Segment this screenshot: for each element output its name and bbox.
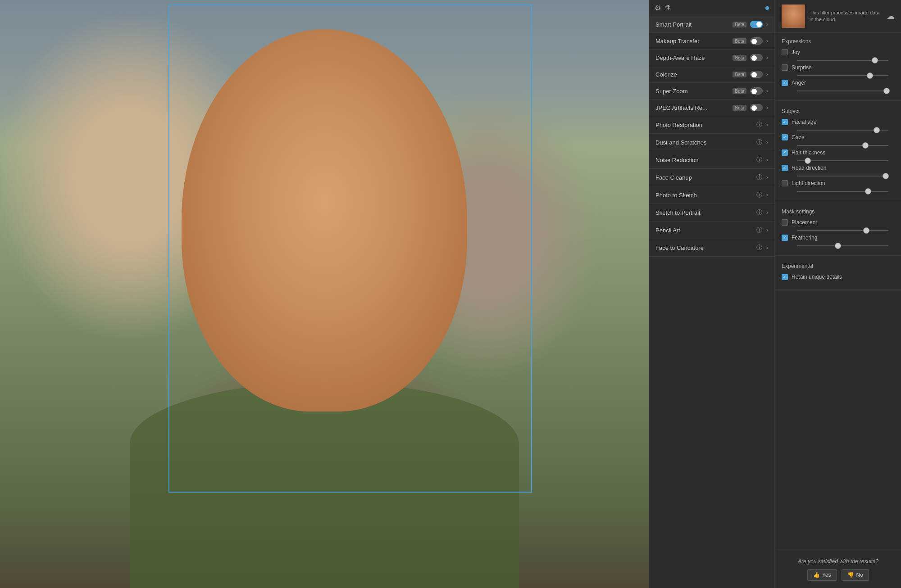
chevron-right-icon[interactable]: › — [766, 174, 768, 181]
slider-track[interactable] — [797, 75, 888, 76]
slider-thumb[interactable] — [883, 173, 889, 179]
feedback-yes-button[interactable]: 👍 Yes — [807, 569, 837, 581]
section-title: Expressions — [782, 38, 895, 45]
checkbox-facial-age[interactable] — [782, 119, 788, 125]
setting-row-placement: Placement — [782, 219, 895, 226]
filter-item-super-zoom[interactable]: Super ZoomBeta› — [649, 83, 774, 100]
slider-thumb[interactable] — [862, 142, 869, 149]
thumbnail-face — [782, 5, 805, 28]
checkbox-head-direction[interactable] — [782, 165, 788, 171]
chevron-right-icon[interactable]: › — [766, 54, 768, 61]
slider-thumb[interactable] — [883, 88, 890, 94]
filter-item-jpeg-artifacts-re...[interactable]: JPEG Artifacts Re...Beta› — [649, 100, 774, 116]
slider-thumb[interactable] — [872, 57, 878, 63]
toggle-switch[interactable] — [750, 104, 763, 111]
toggle-switch[interactable] — [750, 37, 763, 45]
filter-item-photo-restoration[interactable]: Photo Restorationⓘ› — [649, 116, 774, 134]
filter-item-sketch-to-portrait[interactable]: Sketch to Portraitⓘ› — [649, 204, 774, 222]
chevron-right-icon[interactable]: › — [766, 38, 768, 44]
slider-track[interactable] — [797, 191, 888, 192]
info-icon[interactable]: ⓘ — [755, 191, 763, 199]
flask-icon[interactable]: ⚗ — [664, 4, 671, 12]
beta-badge: Beta — [733, 55, 746, 61]
checkbox-hair-thickness[interactable] — [782, 149, 788, 156]
filter-item-photo-to-sketch[interactable]: Photo to Sketchⓘ› — [649, 186, 774, 204]
chevron-right-icon[interactable]: › — [766, 209, 768, 216]
filter-item-colorize[interactable]: ColorizeBeta› — [649, 66, 774, 83]
toggle-switch[interactable] — [750, 71, 763, 78]
setting-label: Joy — [792, 49, 895, 55]
slider-track[interactable] — [797, 90, 888, 91]
chevron-right-icon[interactable]: › — [766, 122, 768, 128]
slider-track[interactable] — [797, 145, 888, 146]
chevron-right-icon[interactable]: › — [766, 88, 768, 94]
slider-track[interactable] — [797, 60, 888, 61]
chevron-right-icon[interactable]: › — [766, 104, 768, 111]
checkbox-joy[interactable] — [782, 49, 788, 55]
checkbox-anger[interactable] — [782, 80, 788, 86]
filter-name: Face to Caricature — [655, 244, 752, 251]
info-icon[interactable]: ⓘ — [755, 226, 763, 234]
setting-row-joy: Joy — [782, 49, 895, 55]
info-icon[interactable]: ⓘ — [755, 173, 763, 181]
filter-item-dust-and-scratches[interactable]: Dust and Scratchesⓘ› — [649, 134, 774, 151]
filter-item-depth-aware-haze[interactable]: Depth-Aware HazeBeta› — [649, 50, 774, 66]
info-icon[interactable]: ⓘ — [755, 244, 763, 252]
section-title: Experimental — [782, 263, 895, 269]
filter-item-smart-portrait[interactable]: Smart PortraitBeta› — [649, 16, 774, 33]
checkbox-feathering[interactable] — [782, 235, 788, 241]
chevron-right-icon[interactable]: › — [766, 21, 768, 27]
photo-face — [182, 29, 467, 412]
filter-name: Colorize — [655, 71, 729, 78]
slider-thumb[interactable] — [865, 188, 871, 194]
toggle-switch[interactable] — [750, 87, 763, 95]
filter-sort-icon[interactable]: ⚙ — [655, 4, 661, 12]
slider-track[interactable] — [797, 160, 888, 161]
filter-name: JPEG Artifacts Re... — [655, 104, 729, 111]
setting-row-hair-thickness: Hair thickness — [782, 149, 895, 156]
filter-item-face-to-caricature[interactable]: Face to Caricatureⓘ› — [649, 239, 774, 257]
chevron-right-icon[interactable]: › — [766, 157, 768, 163]
info-icon[interactable]: ⓘ — [755, 156, 763, 164]
filter-item-face-cleanup[interactable]: Face Cleanupⓘ› — [649, 169, 774, 186]
slider-thumb[interactable] — [835, 243, 841, 249]
beta-badge: Beta — [733, 105, 746, 111]
toggle-switch[interactable] — [750, 21, 763, 28]
checkbox-placement[interactable] — [782, 219, 788, 226]
chevron-right-icon[interactable]: › — [766, 244, 768, 251]
info-icon[interactable]: ⓘ — [755, 208, 763, 217]
filters-toolbar: ⚙ ⚗ — [649, 0, 774, 16]
chevron-right-icon[interactable]: › — [766, 71, 768, 77]
checkbox-retain-unique-details[interactable] — [782, 274, 788, 280]
slider-track[interactable] — [797, 176, 888, 176]
toggle-switch[interactable] — [750, 54, 763, 61]
setting-label: Light direction — [792, 180, 895, 186]
chevron-right-icon[interactable]: › — [766, 227, 768, 233]
filter-name: Noise Reduction — [655, 157, 752, 163]
slider-container-anger — [782, 90, 895, 95]
setting-label: Head direction — [792, 165, 895, 171]
slider-container-placement — [782, 229, 895, 235]
info-icon[interactable]: ⓘ — [755, 138, 763, 146]
filter-item-noise-reduction[interactable]: Noise Reductionⓘ› — [649, 151, 774, 169]
filter-item-pencil-art[interactable]: Pencil Artⓘ› — [649, 222, 774, 239]
slider-track[interactable] — [797, 130, 888, 131]
slider-thumb[interactable] — [863, 227, 869, 234]
setting-label: Anger — [792, 80, 895, 86]
slider-thumb[interactable] — [805, 158, 811, 164]
filter-item-makeup-transfer[interactable]: Makeup TransferBeta› — [649, 33, 774, 50]
photo-container — [0, 0, 649, 588]
info-icon[interactable]: ⓘ — [755, 121, 763, 129]
slider-thumb[interactable] — [874, 127, 880, 133]
slider-track[interactable] — [797, 245, 888, 246]
feedback-no-button[interactable]: 👎 No — [842, 569, 869, 581]
checkbox-surprise[interactable] — [782, 64, 788, 71]
checkbox-light-direction[interactable] — [782, 180, 788, 186]
checkbox-gaze[interactable] — [782, 134, 788, 140]
slider-track[interactable] — [797, 230, 888, 231]
chevron-right-icon[interactable]: › — [766, 139, 768, 145]
setting-label: Placement — [792, 219, 895, 226]
chevron-right-icon[interactable]: › — [766, 192, 768, 198]
section-title: Subject — [782, 108, 895, 114]
slider-thumb[interactable] — [867, 72, 873, 79]
